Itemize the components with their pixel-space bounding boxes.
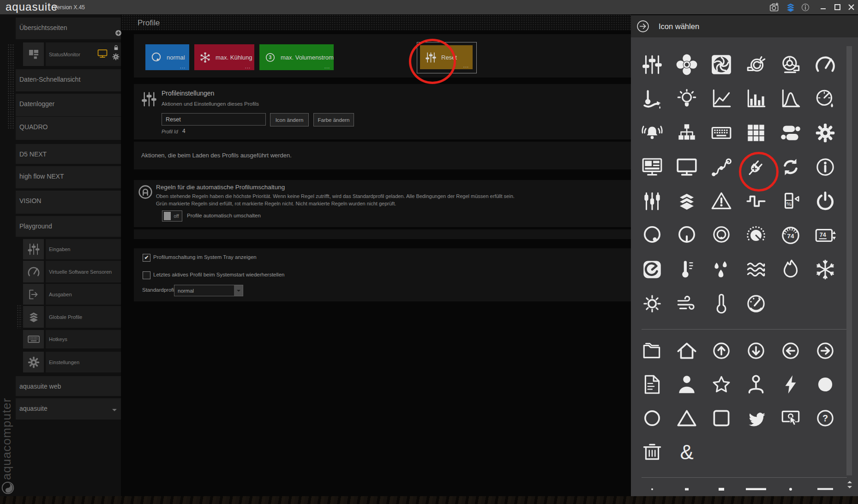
ampersand-icon[interactable]: & — [674, 439, 700, 465]
sidebar-item-aquasuite-web[interactable]: aquasuite web — [16, 376, 121, 396]
mark-line-long-icon[interactable] — [743, 476, 769, 496]
block-grid-icon[interactable] — [743, 120, 769, 146]
node-path-icon[interactable] — [708, 154, 734, 180]
profile-overflow-dots[interactable]: ... — [463, 63, 469, 68]
profile-overflow-dots[interactable]: ... — [180, 64, 186, 69]
lightning-icon[interactable] — [778, 372, 804, 397]
star-icon[interactable] — [708, 372, 734, 397]
thermometer-ticks-icon[interactable] — [674, 257, 700, 282]
panel-arrow-icon[interactable] — [636, 19, 650, 35]
bell-curve-icon[interactable] — [778, 86, 804, 112]
compressor-pump-icon[interactable] — [778, 52, 804, 78]
twitter-bird-icon[interactable] — [743, 405, 769, 431]
arrow-down-circle-icon[interactable] — [743, 338, 769, 364]
lightbulb-rays-icon[interactable] — [674, 86, 700, 112]
line-chart-icon[interactable] — [708, 86, 734, 112]
default-profile-select[interactable]: normal — [174, 285, 243, 296]
circle-filled-icon[interactable] — [812, 372, 838, 397]
keyboard-icon[interactable] — [708, 120, 734, 146]
mark-dash-short-icon[interactable] — [674, 476, 700, 496]
fan-frame-icon[interactable] — [708, 52, 734, 78]
mixer-sliders-icon[interactable] — [639, 52, 665, 78]
profile-overflow-dots[interactable]: ... — [245, 64, 251, 69]
thermometer-icon[interactable] — [708, 291, 734, 317]
speedometer-icon[interactable] — [812, 52, 838, 78]
normal-profile-button[interactable]: normal ... — [145, 44, 189, 70]
knob-pointer-icon[interactable] — [674, 222, 700, 248]
change-color-button[interactable]: Farbe ändern — [313, 113, 354, 126]
profile-name-input[interactable] — [162, 113, 266, 126]
alarm-sound-icon[interactable] — [639, 120, 665, 146]
flame-icon[interactable] — [778, 257, 804, 282]
waves-icon[interactable] — [743, 257, 769, 282]
hotkeys-icon[interactable] — [23, 330, 44, 348]
sidebar-item-quadro[interactable]: QUADRO — [16, 117, 121, 140]
person-icon[interactable] — [674, 372, 700, 397]
overlay-layers-icon[interactable] — [785, 1, 797, 15]
restore-checkbox[interactable] — [143, 271, 150, 279]
eingaben-icon[interactable] — [23, 239, 44, 259]
mark-dot-icon[interactable] — [778, 476, 804, 496]
gauge-74-icon[interactable]: 74 — [778, 222, 804, 248]
dial-square-icon[interactable] — [639, 257, 665, 282]
minimize-button[interactable] — [820, 4, 827, 12]
lock-icon[interactable] — [113, 44, 120, 52]
change-icon-button[interactable]: Icon ändern — [270, 113, 309, 126]
virtuelle-software-sensoren-icon[interactable] — [23, 261, 44, 282]
tray-checkbox[interactable]: ✔ — [143, 254, 150, 262]
sidebar-item-virtuelle-software-sensoren[interactable]: Virtuelle Software Sensoren — [46, 261, 121, 282]
square-outline-icon[interactable] — [708, 405, 734, 431]
sidebar-item-aquasuite[interactable]: aquasuite — [16, 398, 121, 420]
mark-dot-tiny-icon[interactable] — [639, 476, 665, 496]
fan-blades-icon[interactable] — [674, 52, 700, 78]
profile-overflow-dots[interactable]: ... — [324, 64, 330, 69]
wind-icon[interactable] — [674, 291, 700, 317]
home-icon[interactable] — [674, 338, 700, 364]
sidebar-item-globale-profile[interactable]: Globale Profile — [46, 306, 121, 328]
document-text-icon[interactable] — [639, 372, 665, 397]
sidebar-item-playground[interactable]: Playground — [16, 216, 121, 237]
sidebar-item-eingaben[interactable]: Eingaben — [46, 239, 121, 259]
sidebar-item-datenlogger[interactable]: Datenlogger — [16, 94, 121, 116]
thermostat-74-icon[interactable]: 74 — [812, 222, 838, 248]
square-wave-icon[interactable] — [743, 188, 769, 214]
layers-stack-icon[interactable] — [674, 188, 700, 214]
sync-arrows-icon[interactable] — [778, 154, 804, 180]
warning-triangle-icon[interactable] — [708, 188, 734, 214]
auto-switch-toggle[interactable]: off — [162, 210, 182, 222]
max-k-hlung-profile-button[interactable]: max. Kühlung ... — [194, 44, 254, 70]
snowflake-icon[interactable] — [812, 257, 838, 282]
power-icon[interactable] — [812, 188, 838, 214]
plug-icon[interactable] — [743, 154, 769, 180]
water-drops-icon[interactable] — [708, 257, 734, 282]
monitor-icon[interactable] — [674, 154, 700, 180]
knob-dot-icon[interactable] — [639, 222, 665, 248]
mark-line-mid-icon[interactable] — [812, 476, 838, 496]
sidebar-item-d5-next[interactable]: D5 NEXT — [16, 144, 121, 164]
flow-sensor-icon[interactable] — [639, 86, 665, 112]
panel-scrollbar[interactable] — [846, 46, 852, 475]
knob-ticks-icon[interactable] — [743, 222, 769, 248]
maximize-button[interactable] — [834, 4, 841, 12]
trash-bin-icon[interactable] — [639, 439, 665, 465]
dashboard-monitor-icon[interactable] — [639, 154, 665, 180]
sun-icon[interactable] — [639, 291, 665, 317]
mark-dash-mid-icon[interactable] — [708, 476, 734, 496]
close-button[interactable] — [848, 4, 855, 12]
knob-ring-icon[interactable] — [708, 222, 734, 248]
arrow-left-circle-icon[interactable] — [778, 338, 804, 364]
monitor-icon[interactable] — [97, 48, 108, 60]
faders-vertical-icon[interactable] — [639, 188, 665, 214]
folder-icon[interactable] — [639, 338, 665, 364]
ausgaben-icon[interactable] — [23, 284, 44, 305]
scroll-up-arrow[interactable] — [847, 479, 852, 483]
titlebar[interactable]: aquasuite Version X.45 — [0, 0, 858, 14]
sidebar-item-einstellungen[interactable]: Einstellungen — [46, 352, 121, 372]
gauge-round-icon[interactable] — [743, 291, 769, 317]
bar-chart-icon[interactable] — [743, 86, 769, 112]
arrow-up-circle-icon[interactable] — [708, 338, 734, 364]
gauge-drop-icon[interactable] — [812, 86, 838, 112]
joystick-icon[interactable] — [743, 372, 769, 397]
triangle-outline-icon[interactable] — [674, 405, 700, 431]
circle-outline-icon[interactable] — [639, 405, 665, 431]
